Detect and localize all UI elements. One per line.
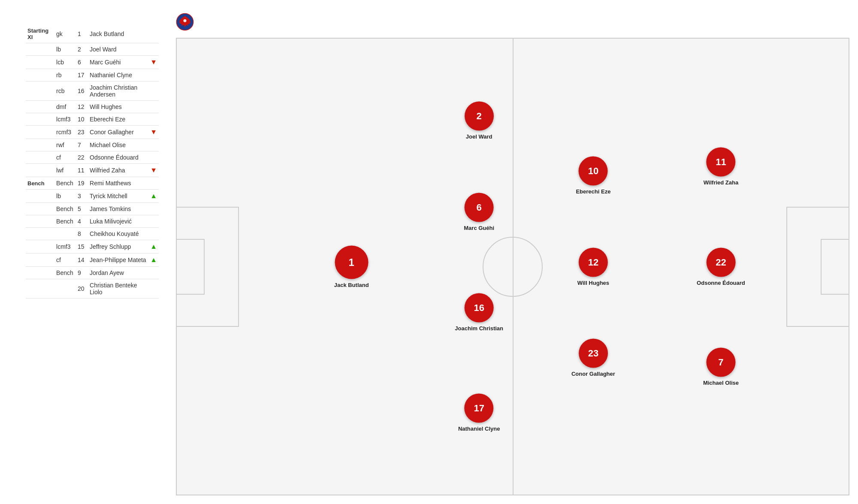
right-goal-box xyxy=(821,239,849,295)
player-position: lwf xyxy=(54,164,76,177)
player-position: gk xyxy=(54,25,76,43)
player-position: Bench xyxy=(54,267,76,279)
player-number: 22 xyxy=(76,151,88,164)
player-name-label-rwf: Michael Olise xyxy=(703,380,739,386)
player-name: Nathaniel Clyne xyxy=(88,69,148,81)
player-position: rcb xyxy=(54,81,76,101)
pitch-container: 1Jack Butland2Joel Ward6Marc Guéhi16Joac… xyxy=(176,38,849,495)
player-name-label-lb: Joel Ward xyxy=(466,133,492,140)
player-number: 11 xyxy=(76,164,88,177)
player-name: Jeffrey Schlupp xyxy=(88,240,148,254)
player-name-label-rcb: Joachim Christian xyxy=(455,325,503,331)
player-number: 12 xyxy=(76,101,88,113)
player-token-lwf[interactable]: 11Wilfried Zaha xyxy=(704,147,739,185)
player-name: Joachim Christian Andersen xyxy=(88,81,148,101)
player-position: Bench xyxy=(54,203,76,215)
player-name-label-rb: Nathaniel Clyne xyxy=(458,425,500,432)
player-name-label-cf: Odsonne Édouard xyxy=(697,279,745,286)
player-name: Odsonne Édouard xyxy=(88,151,148,164)
player-circle-rwf: 7 xyxy=(706,348,735,377)
player-token-gk[interactable]: 1Jack Butland xyxy=(334,245,369,288)
player-number: 15 xyxy=(76,240,88,254)
player-circle-rb: 17 xyxy=(465,393,494,423)
player-circle-rcb: 16 xyxy=(465,293,494,322)
player-token-rb[interactable]: 17Nathaniel Clyne xyxy=(458,393,500,432)
right-panel: 1Jack Butland2Joel Ward6Marc Guéhi16Joac… xyxy=(167,0,858,504)
substitution-out-icon: ▼ xyxy=(150,128,157,136)
player-token-rwf[interactable]: 7Michael Olise xyxy=(703,348,739,386)
player-circle-dmf: 12 xyxy=(579,247,608,277)
player-token-dmf[interactable]: 12Will Hughes xyxy=(577,247,609,286)
substitution-out-icon: ▼ xyxy=(150,166,157,174)
player-number: 14 xyxy=(76,254,88,267)
player-name: Jack Butland xyxy=(88,25,148,43)
player-number: 1 xyxy=(76,25,88,43)
player-position xyxy=(54,228,76,240)
player-circle-rcmf3: 23 xyxy=(579,339,608,368)
player-number: 6 xyxy=(76,56,88,69)
player-token-lcb[interactable]: 6Marc Guéhi xyxy=(464,193,494,231)
player-name-label-lwf: Wilfried Zaha xyxy=(704,179,739,185)
substitution-out-icon: ▼ xyxy=(150,58,157,66)
player-number: 10 xyxy=(76,113,88,126)
player-number: 8 xyxy=(76,228,88,240)
player-name: Remi Matthews xyxy=(88,177,148,190)
player-number: 20 xyxy=(76,279,88,299)
player-position: cf xyxy=(54,254,76,267)
player-position: Bench xyxy=(54,215,76,228)
player-token-rcmf3[interactable]: 23Conor Gallagher xyxy=(571,339,615,377)
left-panel: Starting XIgk1Jack Butlandlb2Joel Wardlc… xyxy=(0,0,167,504)
player-token-cf[interactable]: 22Odsonne Édouard xyxy=(697,247,745,286)
player-name: Jean-Philippe Mateta xyxy=(88,254,148,267)
player-position xyxy=(54,279,76,299)
player-name: Tyrick Mitchell xyxy=(88,190,148,203)
substitution-in-icon: ▲ xyxy=(150,256,157,263)
player-position: rwf xyxy=(54,139,76,151)
left-goal-box xyxy=(177,239,205,295)
player-number: 16 xyxy=(76,81,88,101)
player-position: Bench xyxy=(54,177,76,190)
player-number: 23 xyxy=(76,126,88,139)
lineup-table: Starting XIgk1Jack Butlandlb2Joel Wardlc… xyxy=(26,25,159,299)
player-name: Michael Olise xyxy=(88,139,148,151)
player-name: Conor Gallagher xyxy=(88,126,148,139)
player-name: Joel Ward xyxy=(88,43,148,56)
svg-point-1 xyxy=(184,19,187,22)
player-position: cf xyxy=(54,151,76,164)
player-name: Eberechi Eze xyxy=(88,113,148,126)
player-number: 9 xyxy=(76,267,88,279)
player-name-label-lcmf3: Eberechi Eze xyxy=(576,188,610,194)
player-number: 7 xyxy=(76,139,88,151)
center-circle xyxy=(483,237,543,297)
player-number: 19 xyxy=(76,177,88,190)
player-position: rb xyxy=(54,69,76,81)
player-number: 2 xyxy=(76,43,88,56)
player-circle-cf: 22 xyxy=(706,247,735,277)
player-token-lcmf3[interactable]: 10Eberechi Eze xyxy=(576,156,610,194)
player-number: 4 xyxy=(76,215,88,228)
player-number: 5 xyxy=(76,203,88,215)
substitution-in-icon: ▲ xyxy=(150,243,157,250)
player-position: lcb xyxy=(54,56,76,69)
player-position: lb xyxy=(54,190,76,203)
player-name: Cheikhou Kouyaté xyxy=(88,228,148,240)
player-circle-lwf: 11 xyxy=(706,147,735,176)
player-name: Jordan Ayew xyxy=(88,267,148,279)
player-name-label-lcb: Marc Guéhi xyxy=(464,224,494,231)
player-number: 3 xyxy=(76,190,88,203)
player-name: Luka Milivojević xyxy=(88,215,148,228)
pitch: 1Jack Butland2Joel Ward6Marc Guéhi16Joac… xyxy=(176,38,849,495)
player-position: rcmf3 xyxy=(54,126,76,139)
player-circle-lcmf3: 10 xyxy=(579,156,608,185)
player-position: dmf xyxy=(54,101,76,113)
player-circle-gk: 1 xyxy=(335,245,368,279)
player-token-lb[interactable]: 2Joel Ward xyxy=(465,102,494,140)
player-number: 17 xyxy=(76,69,88,81)
formation-header xyxy=(176,13,849,31)
player-name-label-rcmf3: Conor Gallagher xyxy=(571,371,615,377)
player-circle-lcb: 6 xyxy=(465,193,494,222)
player-token-rcb[interactable]: 16Joachim Christian xyxy=(455,293,503,331)
player-circle-lb: 2 xyxy=(465,102,494,131)
player-name-label-dmf: Will Hughes xyxy=(577,279,609,286)
player-name: Will Hughes xyxy=(88,101,148,113)
